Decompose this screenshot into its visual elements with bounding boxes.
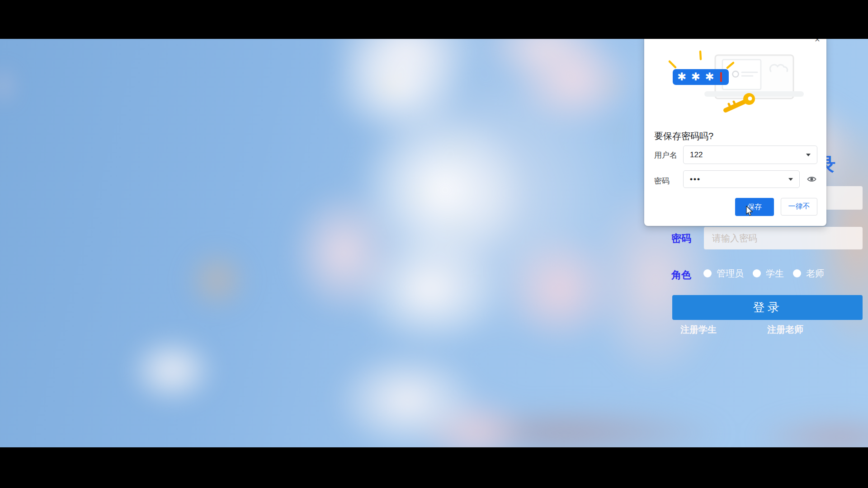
radio-student[interactable] [753,269,761,277]
save-password-dialog: × ✱ ✱ ✱ 要保存密码吗? 用户名 [644,33,826,226]
eye-icon[interactable] [807,175,816,183]
chevron-down-icon [806,154,811,156]
register-teacher-link[interactable]: 注册老师 [767,324,803,336]
radio-student-label: 学生 [766,267,784,280]
role-option-student: 学生 [753,267,788,280]
dialog-password-value: ••• [690,175,788,184]
text-cursor [720,72,722,82]
radio-teacher-label: 老师 [806,267,824,280]
mouse-cursor [746,206,754,217]
dialog-username-select[interactable]: 122 [683,145,817,164]
letterbox-bottom [0,447,868,488]
save-button[interactable]: 保存 [735,198,774,216]
password-illustration: ✱ ✱ ✱ [662,46,807,125]
ray-icon [670,61,675,67]
password-input[interactable] [704,227,863,249]
asterisks: ✱ ✱ ✱ [677,70,715,83]
chevron-down-icon [788,178,793,181]
role-option-admin: 管理员 [703,267,748,280]
never-button[interactable]: 一律不 [781,198,817,216]
role-option-teacher: 老师 [793,267,829,280]
dialog-password-select[interactable]: ••• [683,170,800,188]
radio-teacher[interactable] [793,269,801,277]
radio-admin[interactable] [703,269,712,277]
letterbox-top [0,0,868,39]
radio-admin-label: 管理员 [717,267,744,280]
dialog-title: 要保存密码吗? [654,130,713,142]
screen: 登录 密码 角色 管理员 学生 老师 登录 注册学生 注册老师 × [0,0,868,488]
dialog-password-label: 密码 [654,176,670,186]
dialog-username-value: 122 [690,150,806,160]
password-label: 密码 [671,232,691,245]
register-student-link[interactable]: 注册学生 [680,324,717,336]
role-label: 角色 [671,268,691,282]
login-button[interactable]: 登录 [672,295,863,320]
ray-icon [700,52,701,59]
dialog-username-label: 用户名 [654,150,677,160]
role-radio-group: 管理员 学生 老师 [703,267,833,279]
